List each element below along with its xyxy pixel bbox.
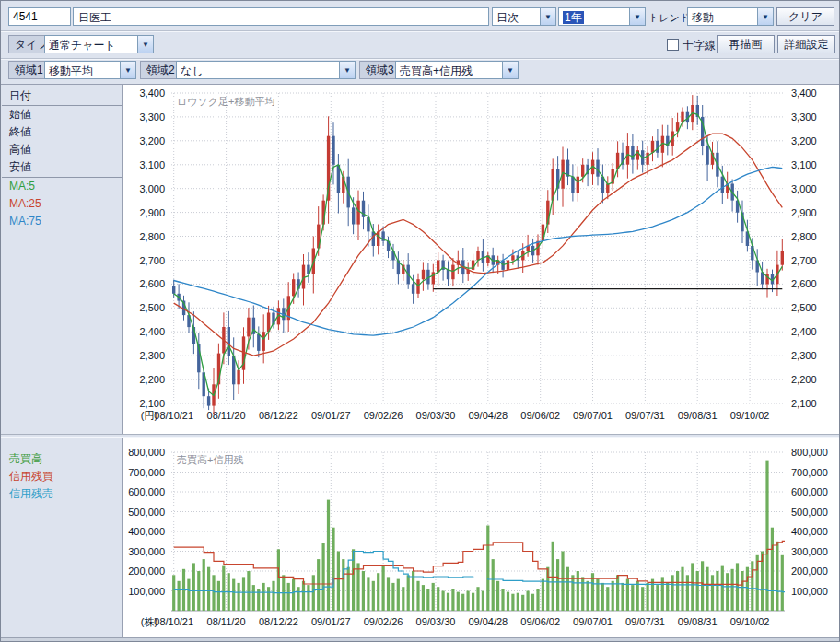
- svg-text:08/12/22: 08/12/22: [259, 616, 298, 627]
- svg-text:08/11/20: 08/11/20: [207, 616, 246, 627]
- volume-legend-group: 売買高 信用残買 信用残売: [2, 450, 122, 503]
- svg-text:3,300: 3,300: [791, 111, 817, 123]
- svg-text:3,100: 3,100: [139, 159, 165, 170]
- svg-text:2,100: 2,100: [791, 398, 817, 409]
- svg-text:3,200: 3,200: [139, 135, 165, 146]
- svg-text:2,700: 2,700: [139, 255, 165, 266]
- stock-code-input[interactable]: [8, 7, 71, 26]
- low-label: 安値: [2, 158, 122, 176]
- svg-text:400,000: 400,000: [128, 526, 165, 537]
- chart-type-select[interactable]: 通常チャート ▼: [44, 35, 154, 53]
- toolbar-separator: [1, 58, 839, 60]
- svg-text:ロウソク足+移動平均: ロウソク足+移動平均: [177, 96, 274, 107]
- trend-line-value: 移動: [688, 8, 757, 25]
- ma75-legend: MA:75: [2, 213, 122, 230]
- chevron-down-icon: ▼: [540, 8, 555, 25]
- clear-button[interactable]: クリア: [776, 7, 834, 26]
- area1-label: 領域1: [8, 61, 50, 79]
- svg-text:09/02/26: 09/02/26: [364, 616, 403, 627]
- settings-button[interactable]: 詳細設定: [777, 35, 835, 53]
- svg-text:09/03/30: 09/03/30: [416, 410, 456, 421]
- chevron-down-icon: ▼: [629, 8, 645, 25]
- svg-text:3,000: 3,000: [139, 183, 165, 194]
- svg-text:売買高+信用残: 売買高+信用残: [177, 454, 243, 465]
- crosshair-checkbox[interactable]: [667, 39, 679, 51]
- redraw-button[interactable]: 再描画: [717, 35, 775, 53]
- price-chart[interactable]: 2,1002,1002,2002,2002,3002,3002,4002,400…: [123, 85, 839, 434]
- area3-value: 売買高+信用残: [396, 62, 502, 78]
- svg-text:3,300: 3,300: [139, 111, 165, 123]
- area2-value: なし: [177, 62, 339, 78]
- svg-text:08/10/21: 08/10/21: [154, 616, 193, 627]
- svg-text:300,000: 300,000: [128, 546, 165, 557]
- svg-text:2,500: 2,500: [139, 302, 165, 313]
- svg-text:2,800: 2,800: [791, 231, 817, 242]
- svg-text:09/07/01: 09/07/01: [573, 616, 612, 627]
- svg-text:3,000: 3,000: [791, 183, 817, 194]
- svg-text:2,300: 2,300: [791, 350, 817, 361]
- data-sidebar: 日付 始値 終値 高値 安値 MA:5 MA:25 MA:75 売買高 信用残買…: [2, 85, 123, 637]
- svg-text:09/04/28: 09/04/28: [468, 616, 508, 627]
- svg-text:100,000: 100,000: [128, 586, 165, 597]
- volume-legend: 売買高: [2, 450, 122, 468]
- svg-text:200,000: 200,000: [791, 566, 828, 577]
- area3-label: 領域3: [359, 61, 401, 79]
- svg-text:(株): (株): [141, 616, 158, 627]
- svg-text:2,700: 2,700: [791, 255, 817, 266]
- area1-value: 移動平均: [45, 62, 120, 78]
- svg-text:3,200: 3,200: [791, 135, 817, 146]
- svg-text:09/07/31: 09/07/31: [625, 616, 665, 627]
- svg-text:09/07/31: 09/07/31: [625, 410, 665, 421]
- svg-text:09/02/26: 09/02/26: [364, 410, 403, 421]
- svg-text:09/06/02: 09/06/02: [520, 616, 560, 627]
- svg-text:08/10/21: 08/10/21: [154, 410, 193, 421]
- svg-text:09/08/31: 09/08/31: [678, 616, 718, 627]
- svg-text:09/06/02: 09/06/02: [520, 410, 560, 421]
- crosshair-label: 十字線: [682, 39, 716, 52]
- volume-chart[interactable]: 100,000100,000200,000200,000300,000300,0…: [123, 438, 839, 637]
- svg-text:3,100: 3,100: [791, 159, 817, 170]
- area2-select[interactable]: なし ▼: [176, 61, 356, 79]
- svg-text:2,600: 2,600: [139, 278, 165, 289]
- chart-type-value: 通常チャート: [45, 36, 137, 53]
- svg-text:08/11/20: 08/11/20: [207, 410, 246, 421]
- svg-text:2,800: 2,800: [139, 231, 165, 242]
- bottom-strip: [1, 637, 839, 642]
- ma25-legend: MA:25: [2, 195, 122, 213]
- svg-text:09/01/27: 09/01/27: [311, 616, 351, 627]
- trend-line-select[interactable]: 移動 ▼: [687, 7, 774, 26]
- area3-select[interactable]: 売買高+信用残 ▼: [395, 61, 519, 79]
- svg-text:2,900: 2,900: [791, 207, 817, 218]
- svg-text:800,000: 800,000: [128, 447, 165, 458]
- svg-text:600,000: 600,000: [128, 486, 165, 497]
- svg-text:500,000: 500,000: [791, 507, 828, 518]
- range-value: 1年: [559, 8, 629, 25]
- svg-text:09/07/01: 09/07/01: [573, 410, 612, 421]
- stock-name-field: 日医工: [73, 7, 489, 26]
- toolbar-separator: [1, 30, 839, 32]
- date-label: 日付: [2, 88, 122, 106]
- svg-text:400,000: 400,000: [791, 526, 828, 537]
- svg-text:(円): (円): [141, 410, 158, 421]
- svg-text:2,400: 2,400: [139, 326, 165, 337]
- margin-sell-legend: 信用残売: [2, 485, 122, 503]
- svg-text:2,200: 2,200: [139, 374, 165, 385]
- panel-divider: [1, 434, 839, 438]
- close-label: 終値: [2, 123, 122, 141]
- area2-label: 領域2: [140, 61, 181, 79]
- svg-text:08/12/22: 08/12/22: [259, 410, 298, 421]
- chevron-down-icon: ▼: [339, 62, 355, 78]
- chevron-down-icon: ▼: [502, 62, 518, 78]
- svg-text:200,000: 200,000: [128, 566, 165, 577]
- area1-select[interactable]: 移動平均 ▼: [44, 61, 136, 79]
- svg-text:3,400: 3,400: [139, 88, 165, 99]
- open-label: 始値: [2, 106, 122, 123]
- svg-text:2,100: 2,100: [139, 398, 165, 409]
- frequency-value: 日次: [493, 8, 540, 25]
- frequency-select[interactable]: 日次 ▼: [492, 7, 556, 26]
- svg-text:09/04/28: 09/04/28: [468, 410, 508, 421]
- svg-text:2,200: 2,200: [791, 374, 817, 385]
- range-select[interactable]: 1年 ▼: [558, 7, 646, 26]
- svg-text:09/10/02: 09/10/02: [730, 616, 770, 627]
- svg-text:09/10/02: 09/10/02: [730, 410, 770, 421]
